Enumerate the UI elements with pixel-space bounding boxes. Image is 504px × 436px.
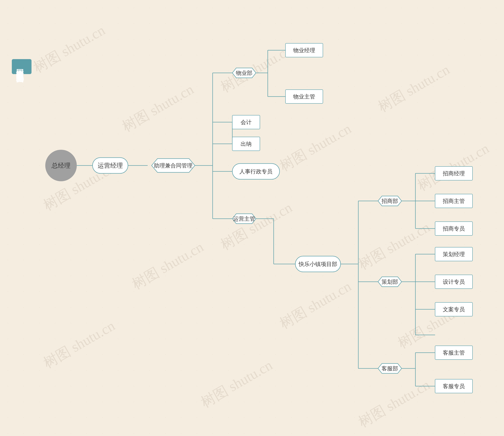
node-assistant-text: 助理兼合同管理 [154, 163, 193, 169]
org-chart-svg: 总经理 运营经理 助理兼合同管理 物业部 物业经理 物业主管 会计 出纳 人事行… [0, 0, 504, 436]
node-investment-dept-text: 招商部 [381, 198, 398, 204]
node-property-supervisor-text: 物业主管 [293, 93, 315, 100]
node-planning-dept-text: 策划部 [382, 279, 398, 285]
title-sidebar: 国企管理组织架构图 [12, 59, 32, 74]
node-root-text: 总经理 [51, 162, 71, 169]
node-cashier-text: 出纳 [241, 141, 252, 147]
node-investment-manager-text: 招商经理 [442, 170, 465, 176]
node-accountant-text: 会计 [241, 119, 252, 125]
node-investment-specialist-text: 招商专员 [442, 226, 465, 232]
node-planning-manager-text: 策划经理 [443, 251, 465, 257]
node-design-specialist-text: 设计专员 [443, 279, 465, 285]
node-copywriting-specialist-text: 文案专员 [443, 306, 465, 313]
node-ops-manager-text: 运营经理 [98, 162, 123, 169]
node-ops-supervisor-text: 运营主管 [233, 216, 255, 222]
chart-container: 总经理 运营经理 助理兼合同管理 物业部 物业经理 物业主管 会计 出纳 人事行… [0, 0, 504, 436]
title-text: 国企管理组织架构图 [14, 63, 25, 70]
node-cs-specialist-text: 客服专员 [443, 383, 465, 389]
node-property-manager-text: 物业经理 [293, 47, 315, 53]
node-hr-text: 人事行政专员 [239, 168, 272, 175]
node-cs-supervisor-text: 客服主管 [443, 350, 465, 356]
node-happy-town-text: 快乐小镇项目部 [298, 261, 337, 267]
node-investment-supervisor-text: 招商主管 [442, 198, 465, 204]
node-customer-service-dept-text: 客服部 [382, 365, 398, 371]
node-property-dept-text: 物业部 [236, 70, 252, 76]
